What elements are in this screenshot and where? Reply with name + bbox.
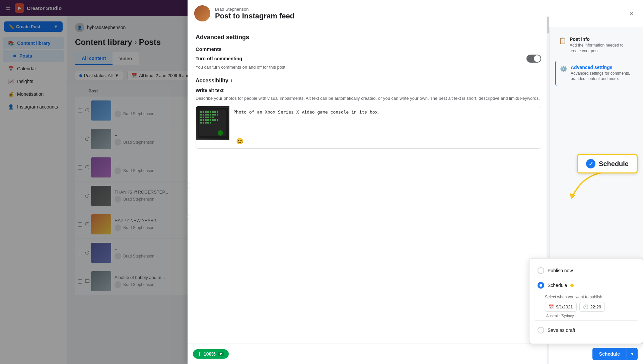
toggle-knob bbox=[534, 55, 541, 62]
advanced-settings-title: Advanced settings bbox=[196, 34, 541, 41]
schedule-option[interactable]: Schedule bbox=[535, 279, 637, 292]
modal-close-button[interactable]: × bbox=[627, 8, 636, 19]
save-as-draft-option[interactable]: Save as draft bbox=[535, 323, 637, 337]
svg-rect-27 bbox=[207, 119, 209, 121]
right-sidebar-advanced-settings[interactable]: ⚙️ Advanced settings Advanced settings f… bbox=[555, 61, 638, 86]
toggle-row: Turn off commenting bbox=[196, 55, 541, 63]
schedule-highlight-button[interactable]: ✓ Schedule bbox=[577, 154, 638, 173]
schedule-datetime: 📅 9/1/2021 🕙 22:29 bbox=[545, 302, 637, 312]
schedule-radio[interactable] bbox=[538, 282, 544, 289]
yellow-arrow bbox=[563, 169, 606, 203]
svg-rect-25 bbox=[203, 119, 204, 121]
schedule-check-icon: ✓ bbox=[586, 159, 595, 168]
footer-schedule-button[interactable]: Schedule bbox=[592, 348, 627, 360]
svg-rect-29 bbox=[212, 119, 214, 121]
collapse-arrow-top[interactable]: ‹ bbox=[188, 182, 190, 189]
svg-rect-13 bbox=[207, 114, 209, 116]
svg-rect-10 bbox=[200, 114, 202, 116]
post-info-desc: Add the information needed to create you… bbox=[570, 43, 634, 54]
modal-header: Brad Stephenson Post to Instagram feed × bbox=[188, 0, 643, 27]
modal-user-avatar bbox=[194, 5, 210, 21]
alt-text-label: Write alt text bbox=[196, 88, 541, 93]
schedule-indicator-dot bbox=[570, 284, 574, 287]
comments-section-title: Comments bbox=[196, 46, 541, 52]
clock-icon: 🕙 bbox=[583, 304, 588, 309]
accessibility-section: Accessibility ℹ Write alt text Describe … bbox=[196, 78, 541, 149]
svg-rect-17 bbox=[217, 114, 218, 116]
svg-rect-19 bbox=[203, 117, 204, 118]
publish-now-option[interactable]: Publish now bbox=[535, 264, 637, 277]
schedule-date-input[interactable]: 📅 9/1/2021 bbox=[545, 302, 577, 312]
post-info-icon: 📋 bbox=[559, 37, 566, 45]
draft-divider bbox=[535, 320, 637, 321]
modal-body: ‹ ‹ Advanced settings Comments Turn off … bbox=[188, 27, 643, 344]
toggle-desc: You can turn comments on and off for thi… bbox=[196, 65, 541, 70]
comments-section: Comments Turn off commenting You can tur… bbox=[196, 46, 541, 70]
publish-now-radio[interactable] bbox=[538, 267, 544, 274]
svg-rect-34 bbox=[205, 122, 207, 124]
schedule-highlight-label: Schedule bbox=[599, 160, 629, 168]
svg-rect-33 bbox=[203, 122, 204, 124]
save-draft-label: Save as draft bbox=[548, 327, 575, 333]
calendar-date-icon: 📅 bbox=[549, 304, 554, 309]
post-modal: Brad Stephenson Post to Instagram feed ×… bbox=[188, 0, 643, 364]
alt-text-input[interactable]: Photo of an Xbox Series X video game con… bbox=[233, 110, 537, 136]
svg-rect-16 bbox=[214, 114, 216, 116]
quality-button[interactable]: ⬆ 100% ▼ bbox=[193, 349, 229, 359]
svg-rect-24 bbox=[200, 119, 202, 121]
svg-marker-38 bbox=[570, 193, 575, 199]
svg-rect-4 bbox=[205, 111, 207, 113]
schedule-highlight-container: ✓ Schedule bbox=[577, 154, 638, 173]
footer-schedule-dropdown-button[interactable]: ▼ bbox=[627, 348, 638, 360]
schedule-time-input[interactable]: 🕙 22:29 bbox=[579, 302, 605, 312]
svg-point-37 bbox=[218, 130, 223, 136]
alt-text-container: Photo of an Xbox Series X video game con… bbox=[196, 106, 541, 149]
svg-rect-22 bbox=[210, 117, 211, 118]
svg-rect-12 bbox=[205, 114, 207, 116]
svg-rect-20 bbox=[205, 117, 207, 118]
modal-avatar-image bbox=[194, 5, 210, 21]
quality-upload-icon: ⬆ bbox=[198, 351, 202, 357]
right-sidebar-post-info[interactable]: 📋 Post info Add the information needed t… bbox=[555, 32, 638, 58]
commenting-toggle[interactable] bbox=[526, 55, 541, 63]
svg-rect-32 bbox=[200, 122, 202, 124]
svg-rect-36 bbox=[210, 122, 211, 124]
footer-action-buttons: Schedule ▼ bbox=[592, 348, 638, 360]
schedule-hint: Select when you want to publish. bbox=[545, 295, 637, 299]
svg-rect-15 bbox=[212, 114, 214, 116]
save-draft-radio[interactable] bbox=[538, 327, 544, 334]
collapse-arrow-bottom[interactable]: ‹ bbox=[188, 214, 190, 220]
post-info-content: Post info Add the information needed to … bbox=[570, 37, 634, 54]
schedule-options: Select when you want to publish. 📅 9/1/2… bbox=[535, 295, 637, 318]
svg-rect-30 bbox=[214, 119, 216, 121]
svg-rect-5 bbox=[207, 111, 209, 113]
alt-text-input-area: Photo of an Xbox Series X video game con… bbox=[229, 106, 541, 148]
advanced-settings-sidebar-icon: ⚙️ bbox=[560, 65, 567, 73]
publish-now-label: Publish now bbox=[548, 268, 573, 273]
svg-rect-9 bbox=[217, 111, 218, 113]
svg-rect-26 bbox=[205, 119, 207, 121]
schedule-dropdown-panel: Publish now Schedule Select when you wan… bbox=[529, 258, 643, 344]
svg-rect-31 bbox=[217, 119, 218, 121]
svg-rect-14 bbox=[210, 114, 211, 116]
svg-rect-35 bbox=[207, 122, 209, 124]
advanced-settings-sidebar-label: Advanced settings bbox=[571, 65, 634, 70]
schedule-option-label: Schedule bbox=[548, 283, 567, 288]
modal-footer: ⬆ 100% ▼ Schedule ▼ bbox=[188, 344, 643, 364]
modal-title: Post to Instagram feed bbox=[215, 12, 622, 20]
accessibility-info-icon[interactable]: ℹ bbox=[230, 78, 232, 83]
svg-rect-7 bbox=[212, 111, 214, 113]
svg-rect-18 bbox=[200, 117, 202, 118]
alt-text-desc: Describe your photos for people with vis… bbox=[196, 95, 541, 102]
advanced-settings-content: Advanced settings Advanced settings for … bbox=[571, 65, 634, 82]
modal-scrollbar-thumb bbox=[547, 27, 549, 33]
svg-rect-3 bbox=[203, 111, 204, 113]
svg-rect-28 bbox=[210, 119, 211, 121]
svg-rect-23 bbox=[212, 117, 214, 118]
toggle-commenting-label: Turn off commenting bbox=[196, 56, 242, 61]
xbox-console-image bbox=[196, 106, 229, 140]
svg-rect-8 bbox=[214, 111, 216, 113]
alt-text-emoji-button[interactable]: 😊 bbox=[233, 135, 246, 147]
alt-text-image bbox=[196, 106, 229, 140]
schedule-date-value: 9/1/2021 bbox=[556, 304, 573, 309]
